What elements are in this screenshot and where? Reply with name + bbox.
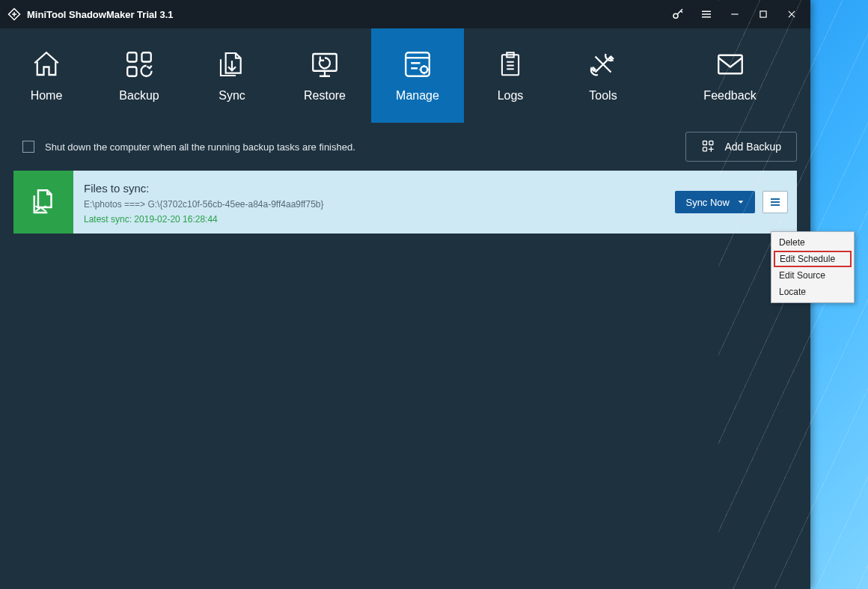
menu-edit-source[interactable]: Edit Source [771,267,854,284]
add-backup-label: Add Backup [725,141,782,153]
shutdown-checkbox-label: Shut down the computer when all the runn… [45,141,355,153]
nav-sync-label: Sync [218,89,245,103]
svg-rect-10 [703,141,706,145]
sync-now-label: Sync Now [685,197,730,208]
nav-logs-label: Logs [498,89,524,103]
task-actions: Sync Now [675,191,788,213]
svg-rect-11 [709,141,712,145]
feedback-icon [715,49,746,80]
manage-icon [402,49,433,80]
content-area: Files to sync: E:\photos ===> G:\{3702c1… [0,171,810,589]
task-context-menu: Delete Edit Schedule Edit Source Locate [771,231,855,303]
nav-logs[interactable]: Logs [464,28,557,123]
file-sync-icon [28,185,59,219]
window-title: MiniTool ShadowMaker Trial 3.1 [27,9,174,20]
nav-home[interactable]: Home [0,28,93,123]
nav-manage[interactable]: Manage [371,28,464,123]
nav-manage-label: Manage [396,89,439,103]
menu-locate[interactable]: Locate [771,284,854,300]
nav-feedback[interactable]: Feedback [650,28,810,123]
svg-rect-1 [760,11,766,17]
add-backup-icon [701,139,716,154]
add-backup-button[interactable]: Add Backup [685,132,798,162]
nav-home-label: Home [31,89,63,103]
home-icon [31,49,62,80]
app-logo-icon [7,7,21,21]
nav-tools[interactable]: Tools [557,28,650,123]
svg-rect-3 [142,52,151,61]
svg-rect-9 [718,55,742,74]
backup-icon [123,49,155,80]
nav-backup-label: Backup [119,89,159,103]
options-bar: Shut down the computer when all the runn… [0,123,810,171]
title-bar: MiniTool ShadowMaker Trial 3.1 [0,0,810,28]
restore-icon [309,49,340,80]
menu-icon[interactable] [692,0,721,28]
key-icon[interactable] [664,0,692,28]
nav-backup[interactable]: Backup [93,28,186,123]
main-nav: Home Backup [0,28,810,123]
hamburger-icon [768,196,783,208]
task-status: Latest sync: 2019-02-20 16:28:44 [84,214,786,225]
logs-icon [496,49,525,80]
task-type-badge [13,171,73,234]
application-window: MiniTool ShadowMaker Trial 3.1 [0,0,810,589]
sync-task-card: Files to sync: E:\photos ===> G:\{3702c1… [13,171,797,234]
shutdown-checkbox[interactable] [22,141,34,153]
nav-restore-label: Restore [304,89,346,103]
task-body: Files to sync: E:\photos ===> G:\{3702c1… [73,171,797,234]
sync-now-button[interactable]: Sync Now [675,191,755,213]
svg-point-0 [673,13,678,18]
sync-icon [217,49,247,80]
minimize-button[interactable] [721,0,749,28]
nav-restore[interactable]: Restore [278,28,371,123]
svg-rect-2 [127,52,136,61]
nav-tools-label: Tools [589,89,617,103]
nav-sync[interactable]: Sync [186,28,278,123]
maximize-button[interactable] [749,0,777,28]
task-menu-button[interactable] [762,191,788,213]
app-logo-area: MiniTool ShadowMaker Trial 3.1 [7,7,174,21]
desktop-background: MiniTool ShadowMaker Trial 3.1 [0,0,868,589]
nav-feedback-label: Feedback [703,89,756,103]
tools-icon [587,49,619,80]
close-button[interactable] [777,0,806,28]
menu-edit-schedule[interactable]: Edit Schedule [774,251,852,267]
svg-rect-12 [703,147,706,151]
svg-rect-4 [127,67,136,76]
menu-delete[interactable]: Delete [771,234,854,251]
dropdown-caret-icon [737,198,745,206]
